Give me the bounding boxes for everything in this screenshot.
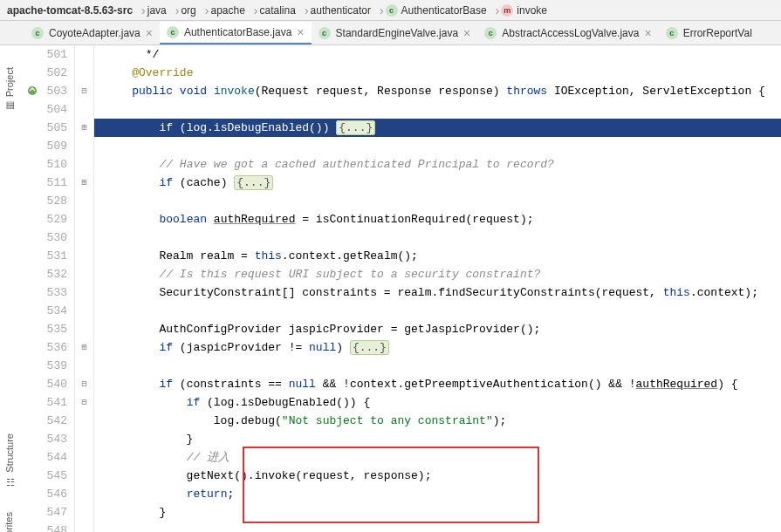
class-icon: c — [666, 27, 678, 39]
tab-label: ErrorReportVal — [683, 27, 752, 39]
editor-tab[interactable]: cAbstractAccessLogValve.java× — [477, 22, 658, 44]
tab-label: AbstractAccessLogValve.java — [502, 27, 639, 39]
tab-label: StandardEngineValve.java — [336, 27, 459, 39]
breadcrumb-label: org — [181, 4, 195, 17]
close-icon[interactable]: × — [297, 25, 304, 39]
close-icon[interactable]: × — [146, 26, 153, 40]
chevron-right-icon: › — [175, 3, 180, 17]
breadcrumb-item[interactable]: apache-tomcat-8.5.63-src — [3, 4, 136, 17]
chevron-right-icon: › — [141, 3, 146, 17]
breadcrumb-label: apache — [210, 4, 244, 17]
editor-tab[interactable]: cErrorReportVal — [659, 22, 759, 44]
editor-tab[interactable]: cCoyoteAdapter.java× — [24, 22, 160, 44]
breadcrumb-label: java — [147, 4, 167, 17]
breadcrumb-item[interactable]: ›cAuthenticatorBase — [374, 3, 490, 17]
class-icon: c — [31, 27, 44, 39]
editor-tab[interactable]: cAuthenticatorBase.java× — [160, 22, 312, 44]
class-icon: c — [386, 4, 398, 17]
breadcrumb-label: invoke — [517, 4, 547, 17]
tab-label: CoyoteAdapter.java — [49, 27, 140, 39]
chevron-right-icon: › — [205, 3, 209, 17]
breadcrumb-item[interactable]: ›org — [170, 3, 200, 17]
close-icon[interactable]: × — [644, 26, 651, 40]
breadcrumb-item[interactable]: ›minvoke — [490, 3, 551, 17]
class-icon: c — [319, 27, 331, 39]
breadcrumb-item[interactable]: ›authenticator — [299, 3, 374, 17]
breadcrumb-item[interactable]: ›apache — [200, 3, 249, 17]
chevron-right-icon: › — [380, 3, 384, 17]
breadcrumb-label: authenticator — [311, 4, 371, 17]
method-icon: m — [501, 4, 513, 17]
breadcrumb-label: catalina — [260, 4, 296, 17]
breadcrumb-label: apache-tomcat-8.5.63-src — [7, 4, 133, 17]
breadcrumb-item[interactable]: ›java — [136, 3, 170, 17]
close-icon[interactable]: × — [463, 26, 470, 40]
editor-tab[interactable]: cStandardEngineValve.java× — [312, 22, 478, 44]
chevron-right-icon: › — [254, 3, 258, 17]
class-icon: c — [484, 27, 497, 39]
class-icon: c — [167, 26, 179, 38]
breadcrumb: apache-tomcat-8.5.63-src›java›org›apache… — [0, 0, 781, 21]
breadcrumb-item[interactable]: ›catalina — [249, 3, 299, 17]
editor-tabs: cCoyoteAdapter.java×cAuthenticatorBase.j… — [0, 21, 781, 45]
chevron-right-icon: › — [496, 3, 500, 17]
breadcrumb-label: AuthenticatorBase — [401, 4, 487, 17]
chevron-right-icon: › — [305, 3, 309, 17]
tab-label: AuthenticatorBase.java — [184, 26, 291, 38]
